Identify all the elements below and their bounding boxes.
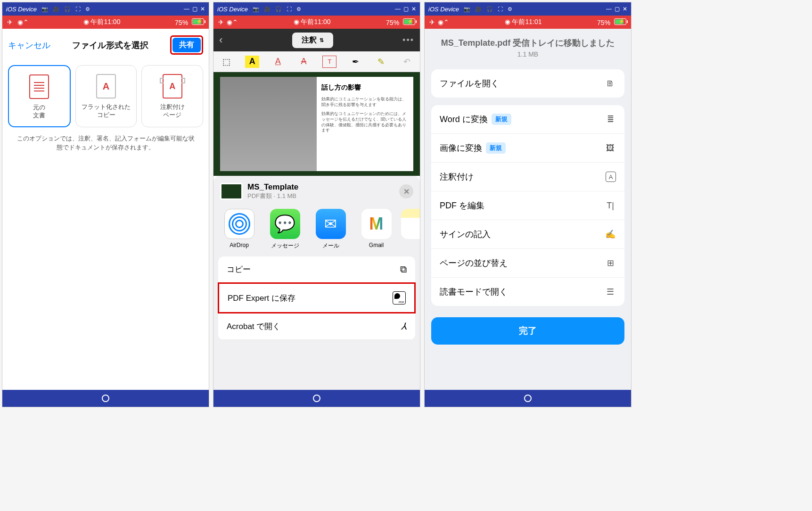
import-size: 1.1 MB <box>441 50 615 58</box>
option-flattened[interactable]: A フラット化されたコピー <box>75 65 137 127</box>
image-icon: 🖼 <box>605 142 616 154</box>
close-icon[interactable]: ✕ <box>200 6 205 12</box>
row-word[interactable]: Word に変換新規 ≣ <box>431 105 624 133</box>
signature-icon: ✍ <box>605 229 616 240</box>
app-gmail[interactable]: M Gmail <box>355 209 397 250</box>
action-save-pdfexpert[interactable]: PDF Expert に保存 <box>218 282 416 313</box>
import-title: MS_Template.pdf 受信トレイに移動しました <box>441 37 615 49</box>
wifi-icon: ◉⌃ <box>438 18 449 26</box>
expand-icon[interactable]: ⛶ <box>75 6 81 12</box>
emulator-titlebar: iOS Device 📷 🎥 🎧 ⛶ ⚙ — ▢ ✕ <box>2 2 209 16</box>
headphones-icon[interactable]: 🎧 <box>275 6 282 12</box>
close-icon[interactable]: ✕ <box>623 6 627 12</box>
reader-icon: ☰ <box>605 286 616 297</box>
mode-dropdown[interactable]: 注釈 ⇅ <box>292 33 333 48</box>
gear-icon[interactable]: ⚙ <box>296 6 301 12</box>
pdfexpert-icon <box>393 291 406 305</box>
row-edit[interactable]: PDF を編集 T| <box>431 191 624 220</box>
row-label: PDF を編集 <box>440 200 484 211</box>
gear-icon[interactable]: ⚙ <box>85 6 90 12</box>
row-reader[interactable]: 読書モードで開く ☰ <box>431 277 624 306</box>
airplane-icon: ✈ <box>429 18 435 26</box>
select-tool-icon[interactable]: ⬚ <box>219 56 233 68</box>
copy-icon: ⧉ <box>400 264 407 275</box>
camera-icon[interactable]: 📷 <box>253 6 259 12</box>
status-time: 午前11:00 <box>301 18 330 25</box>
row-image[interactable]: 画像に変換新規 🖼 <box>431 133 624 162</box>
action-copy[interactable]: コピー ⧉ <box>218 256 415 283</box>
done-button[interactable]: 完了 <box>431 317 624 345</box>
airdrop-icon <box>224 209 254 239</box>
minimize-icon[interactable]: — <box>395 6 401 12</box>
highlight-tool-icon[interactable]: A <box>245 56 259 68</box>
battery-icon: ⚡ <box>192 18 204 25</box>
pen-tool-icon[interactable]: ✒ <box>348 56 362 68</box>
share-button[interactable]: 共有 <box>172 38 201 52</box>
mode-label: 注釈 <box>302 35 317 45</box>
option-annotated[interactable]: A 注釈付けページ <box>141 65 203 127</box>
minimize-icon[interactable]: — <box>184 6 189 12</box>
close-sheet-icon[interactable]: ✕ <box>399 184 413 198</box>
app-messages[interactable]: 💬 メッセージ <box>264 209 306 250</box>
acrobat-icon: ⅄ <box>401 321 407 332</box>
close-icon[interactable]: ✕ <box>411 6 416 12</box>
expand-icon[interactable]: ⛶ <box>498 6 503 12</box>
app-mail[interactable]: ✉ メール <box>310 209 352 250</box>
minimize-icon[interactable]: — <box>606 6 612 12</box>
home-icon[interactable] <box>102 395 109 402</box>
gear-icon[interactable]: ⚙ <box>508 6 512 12</box>
row-label: 読書モードで開く <box>440 286 508 297</box>
home-icon[interactable] <box>524 395 532 402</box>
action-open-acrobat[interactable]: Acrobat で開く ⅄ <box>218 313 415 340</box>
option-original[interactable]: 元の文書 <box>8 65 71 127</box>
row-annotate[interactable]: 注釈付け A <box>431 162 624 191</box>
open-file-row[interactable]: ファイルを開く 🗎 <box>431 69 624 98</box>
video-icon[interactable]: 🎥 <box>264 6 271 12</box>
maximize-icon[interactable]: ▢ <box>192 6 197 12</box>
emulator-title: iOS Device <box>428 6 459 13</box>
app-notes[interactable] <box>401 209 415 250</box>
maximize-icon[interactable]: ▢ <box>403 6 409 12</box>
option-label: フラット化されたコピー <box>82 103 131 119</box>
row-reorder[interactable]: ページの並び替え ⊞ <box>431 248 624 277</box>
emulator-navbar <box>425 390 631 407</box>
messages-icon: 💬 <box>270 209 300 239</box>
document-preview[interactable]: 話し方の影響 効果的にコミュニケーションを取る能力は、聞き手に残る影響を与えます… <box>213 72 420 176</box>
camera-icon[interactable]: 📷 <box>41 6 48 12</box>
slide-text: 話し方の影響 効果的にコミュニケーションを取る能力は、聞き手に残る影響を与えます… <box>317 77 413 171</box>
emulator-titlebar: iOS Device 📷 🎥 🎧 ⛶ ⚙ — ▢ ✕ <box>425 2 631 16</box>
text-cursor-icon: T| <box>605 200 616 211</box>
strikethrough-tool-icon[interactable]: A <box>297 56 311 68</box>
maximize-icon[interactable]: ▢ <box>615 6 620 12</box>
screen3-main: MS_Template.pdf 受信トレイに移動しました 1.1 MB ファイル… <box>425 29 631 390</box>
video-icon[interactable]: 🎥 <box>53 6 59 12</box>
back-icon[interactable]: ‹ <box>219 34 222 46</box>
gmail-icon: M <box>361 209 392 239</box>
file-name: MS_Template <box>247 182 298 192</box>
cancel-button[interactable]: キャンセル <box>8 40 50 51</box>
emulator-title: iOS Device <box>6 6 37 13</box>
undo-icon[interactable]: ↶ <box>400 56 414 68</box>
app-label: メッセージ <box>264 242 306 250</box>
row-sign[interactable]: サインの記入 ✍ <box>431 220 624 248</box>
hint-text: このオプションでは、注釈、署名、記入フォームが編集可能な状態でドキュメントが保存… <box>2 131 209 155</box>
headphones-icon[interactable]: 🎧 <box>486 6 493 12</box>
underline-tool-icon[interactable]: A <box>271 56 285 68</box>
badge-new: 新規 <box>486 142 506 154</box>
marker-tool-icon[interactable]: ✎ <box>374 56 388 68</box>
headphones-icon[interactable]: 🎧 <box>64 6 71 12</box>
camera-icon[interactable]: 📷 <box>464 6 470 12</box>
expand-icon[interactable]: ⛶ <box>287 6 292 12</box>
import-status: MS_Template.pdf 受信トレイに移動しました 1.1 MB <box>431 33 624 62</box>
textbox-tool-icon[interactable]: T <box>322 56 336 68</box>
action-label: コピー <box>227 264 251 275</box>
action-label: Acrobat で開く <box>227 321 280 332</box>
status-time: 午前11:00 <box>90 18 120 25</box>
video-icon[interactable]: 🎥 <box>475 6 482 12</box>
annotate-icon: A <box>606 172 616 182</box>
app-airdrop[interactable]: AirDrop <box>218 209 260 250</box>
screen1-navbar: キャンセル ファイル形式を選択 共有 <box>2 29 209 61</box>
slide-paragraph: 効果的なコミュニケーションのためには、メッセージを伝えるだけでなく、聞いている人… <box>321 111 409 133</box>
more-icon[interactable]: ••• <box>402 35 414 45</box>
home-icon[interactable] <box>313 395 320 402</box>
